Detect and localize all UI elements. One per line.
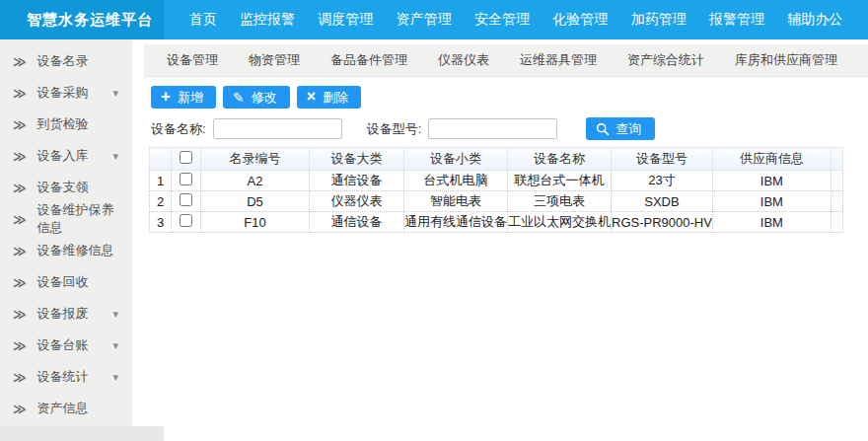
tab-asset-statistics[interactable]: 资产综合统计 [627,51,704,69]
cell-name: 三项电表 [508,191,612,212]
nav-item-home[interactable]: 首页 [189,11,217,29]
sidebar: ≫ 设备名录 ≫ 设备采购 ▾ ≫ 到货检验 ≫ 设备入库 ▾ ≫ 设备支领 ≫… [0,39,132,441]
cell-supplier: IBM [712,171,831,191]
nav-item-office[interactable]: 辅助办公 [787,11,842,29]
sidebar-item-label: 设备采购 [37,84,89,102]
device-model-label: 设备型号: [367,120,422,138]
sidebar-item-device-purchase[interactable]: ≫ 设备采购 ▾ [0,77,132,109]
cell-name: 工业以太网交换机 [508,212,612,233]
sidebar-item-device-statistics[interactable]: ≫ 设备统计 ▾ [0,361,132,393]
nav-item-dosing[interactable]: 加药管理 [631,11,687,29]
double-chevron-icon: ≫ [13,212,27,227]
row-checkbox[interactable] [180,214,192,227]
cell-subcategory: 通用有线通信设备 [404,212,508,233]
column-header-code: 名录编号 [201,148,310,171]
sidebar-item-device-requisition[interactable]: ≫ 设备支领 [0,172,132,203]
table-row[interactable]: 3 F10 通信设备 通用有线通信设备 工业以太网交换机 RGS-PR9000-… [150,212,843,233]
nav-item-assets[interactable]: 资产管理 [397,11,452,29]
nav-item-monitor-alarm[interactable]: 监控报警 [240,11,295,29]
double-chevron-icon: ≫ [13,402,27,416]
chevron-down-icon: ▾ [112,87,118,100]
row-number: 1 [150,171,172,191]
cell-name: 联想台式一体机 [508,171,612,191]
chevron-down-icon: ▾ [112,150,118,163]
sidebar-item-label: 设备回收 [37,273,89,291]
cell-category: 通信设备 [310,171,404,191]
select-all-checkbox[interactable] [180,151,192,164]
cell-model: 23寸 [612,171,713,191]
main-content: 设备管理 物资管理 备品备件管理 仪器仪表 运维器具管理 资产综合统计 库房和供… [132,39,868,441]
cell-category: 仪器仪表 [310,191,404,212]
double-chevron-icon: ≫ [13,117,27,132]
cell-code: D5 [201,191,310,212]
tab-spare-parts-mgmt[interactable]: 备品备件管理 [330,51,407,69]
cell-subcategory: 台式机电脑 [404,171,508,191]
row-checkbox[interactable] [180,193,192,206]
double-chevron-icon: ≫ [13,244,27,258]
add-button[interactable]: + 新增 [151,86,216,109]
column-header-model: 设备型号 [612,148,713,171]
sidebar-item-device-scrap[interactable]: ≫ 设备报废 ▾ [0,298,132,330]
cell-model: RGS-PR9000-HV [612,212,713,233]
tab-material-mgmt[interactable]: 物资管理 [249,51,300,69]
row-number: 2 [150,191,172,212]
select-all-header [172,148,201,171]
plus-icon: + [161,88,171,105]
sidebar-item-maintenance-care-info[interactable]: ≫ 设备维护保养信息 [0,203,132,235]
nav-item-dispatch[interactable]: 调度管理 [318,11,373,29]
double-chevron-icon: ≫ [13,54,27,69]
sidebar-item-device-ledger[interactable]: ≫ 设备台账 ▾ [0,330,132,361]
sidebar-item-label: 设备维护保养信息 [37,201,118,237]
sidebar-item-label: 设备入库 [37,147,89,165]
sidebar-item-label: 资产信息 [37,400,89,417]
nav-item-lab[interactable]: 化验管理 [552,11,608,29]
pencil-icon: ✎ [233,91,245,105]
tab-device-mgmt[interactable]: 设备管理 [167,51,218,69]
cell-code: F10 [201,212,310,233]
cell-supplier: IBM [712,191,831,212]
sidebar-item-label: 设备支领 [37,179,89,196]
chevron-down-icon: ▾ [112,371,118,384]
chevron-down-icon: ▾ [112,308,118,321]
cell-model: SXDB [612,191,713,212]
tab-instruments[interactable]: 仪器仪表 [438,51,489,69]
query-button[interactable]: 查询 [586,117,655,140]
double-chevron-icon: ≫ [13,86,27,101]
sidebar-item-label: 设备统计 [37,368,89,386]
sidebar-item-label: 设备台账 [37,336,89,354]
double-chevron-icon: ≫ [13,181,27,195]
sidebar-item-asset-info[interactable]: ≫ 资产信息 [0,393,132,424]
sidebar-item-device-recycle[interactable]: ≫ 设备回收 [0,266,132,298]
cell-supplier: IBM [712,212,831,233]
cell-category: 通信设备 [310,212,404,233]
device-table: 名录编号 设备大类 设备小类 设备名称 设备型号 供应商信息 1 A2 通信设备… [149,147,843,233]
x-icon: × [307,89,316,105]
column-header-supplier: 供应商信息 [712,148,831,171]
search-icon [596,122,610,136]
column-header-name: 设备名称 [508,148,612,171]
sidebar-item-device-inbound[interactable]: ≫ 设备入库 ▾ [0,140,132,172]
nav-item-alarm-mgmt[interactable]: 报警管理 [709,11,764,29]
sidebar-item-device-catalog[interactable]: ≫ 设备名录 [0,45,132,77]
toolbar: + 新增 ✎ 修改 × 删除 [151,86,868,109]
double-chevron-icon: ≫ [13,149,27,164]
sidebar-bottom-strip [0,426,164,441]
device-model-input[interactable] [428,118,557,139]
tab-bar: 设备管理 物资管理 备品备件管理 仪器仪表 运维器具管理 资产综合统计 库房和供… [144,44,868,77]
delete-button[interactable]: × 删除 [297,86,361,109]
row-checkbox[interactable] [180,173,192,185]
table-row[interactable]: 2 D5 仪器仪表 智能电表 三项电表 SXDB IBM [150,191,843,212]
tab-warehouse-supplier-mgmt[interactable]: 库房和供应商管理 [735,51,837,69]
double-chevron-icon: ≫ [13,370,27,385]
nav-item-safety[interactable]: 安全管理 [474,11,530,29]
filler-header [831,148,842,171]
sidebar-item-arrival-inspection[interactable]: ≫ 到货检验 [0,109,132,140]
edit-button[interactable]: ✎ 修改 [223,86,290,109]
tab-ops-tools-mgmt[interactable]: 运维器具管理 [520,51,597,69]
sidebar-item-repair-info[interactable]: ≫ 设备维修信息 [0,235,132,266]
sidebar-item-label: 设备维修信息 [37,242,114,259]
row-number-header [150,148,172,171]
device-name-input[interactable] [213,118,342,139]
table-row[interactable]: 1 A2 通信设备 台式机电脑 联想台式一体机 23寸 IBM [150,171,843,191]
double-chevron-icon: ≫ [13,307,27,322]
